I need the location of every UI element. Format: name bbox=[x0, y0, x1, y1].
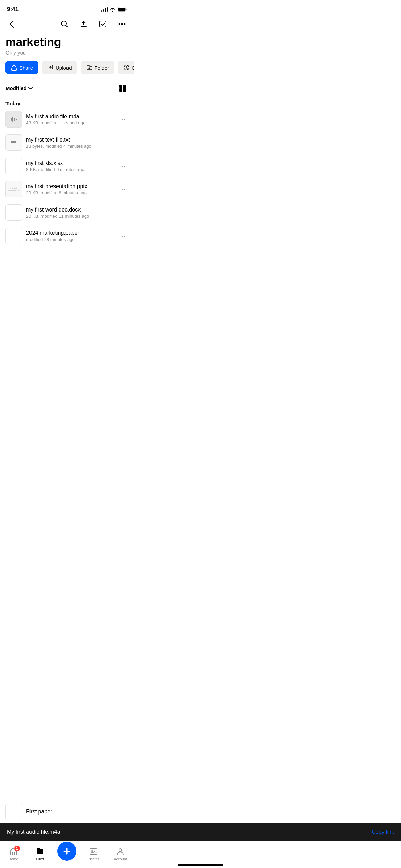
file-thumbnail: my firstpresentation bbox=[5, 181, 22, 197]
file-thumbnail bbox=[5, 228, 22, 244]
file-name: my first text file.txt bbox=[26, 137, 113, 143]
status-bar: 9:41 bbox=[0, 0, 134, 16]
svg-rect-13 bbox=[123, 85, 126, 88]
action-buttons: Share Upload Folder Offlin… bbox=[0, 61, 134, 80]
file-info: my first xls.xlsx 8 KB, modified 6 minut… bbox=[26, 160, 113, 172]
file-info: My first audio file.m4a 48 KB, modified … bbox=[26, 113, 113, 125]
upload-action-button[interactable]: Upload bbox=[42, 61, 77, 74]
folder-button[interactable]: Folder bbox=[81, 61, 115, 74]
file-info: my first presentation.pptx 29 KB, modifi… bbox=[26, 183, 113, 195]
file-list: Today My first audio file.m4a 48 KB, mod… bbox=[0, 96, 134, 275]
grid-toggle-button[interactable] bbox=[117, 83, 128, 94]
search-button[interactable] bbox=[58, 18, 71, 30]
svg-rect-18 bbox=[14, 118, 15, 121]
list-item[interactable]: My first audio file.m4a 48 KB, modified … bbox=[0, 108, 134, 131]
file-name: 2024 marketing.paper bbox=[26, 230, 113, 236]
svg-rect-19 bbox=[16, 119, 17, 120]
page-title: marketing bbox=[5, 36, 128, 48]
list-item[interactable]: my firstpresentation my first presentati… bbox=[0, 178, 134, 201]
file-more-button[interactable]: ··· bbox=[117, 230, 128, 241]
page-header: marketing Only you bbox=[0, 33, 134, 61]
signal-icon bbox=[101, 7, 108, 12]
folder-label: Folder bbox=[95, 65, 109, 71]
list-item[interactable]: 2024 marketing.paper modified 28 minutes… bbox=[0, 224, 134, 248]
status-time: 9:41 bbox=[7, 6, 19, 13]
battery-icon bbox=[118, 7, 127, 12]
page-subtitle: Only you bbox=[5, 50, 128, 56]
file-name: My first audio file.m4a bbox=[26, 113, 113, 120]
file-meta: modified 28 minutes ago bbox=[26, 237, 113, 242]
file-name: my first presentation.pptx bbox=[26, 183, 113, 190]
svg-rect-14 bbox=[119, 88, 122, 92]
top-nav bbox=[0, 16, 134, 33]
offline-button[interactable]: Offlin… bbox=[118, 61, 134, 74]
sort-bar: Modified bbox=[0, 80, 134, 96]
offline-label: Offlin… bbox=[132, 65, 134, 71]
svg-rect-1 bbox=[118, 8, 125, 11]
svg-rect-4 bbox=[100, 21, 106, 27]
svg-rect-12 bbox=[119, 85, 122, 88]
thumbnail-preview: my firstpresentation bbox=[8, 187, 19, 192]
share-label: Share bbox=[19, 65, 33, 71]
more-button[interactable] bbox=[116, 18, 128, 30]
sort-button[interactable]: Modified bbox=[5, 85, 33, 91]
file-thumbnail bbox=[5, 111, 22, 128]
list-item[interactable]: my first text file.txt 18 bytes, modifie… bbox=[0, 131, 134, 154]
upload-button[interactable] bbox=[77, 18, 90, 30]
file-meta: 29 KB, modified 8 minutes ago bbox=[26, 190, 113, 195]
file-meta: 8 KB, modified 6 minutes ago bbox=[26, 167, 113, 172]
svg-rect-17 bbox=[12, 117, 13, 122]
share-button[interactable]: Share bbox=[5, 61, 38, 74]
file-more-button[interactable]: ··· bbox=[117, 160, 128, 171]
file-meta: 20 KB, modified 11 minutes ago bbox=[26, 214, 113, 219]
file-thumbnail bbox=[5, 158, 22, 174]
sort-label-text: Modified bbox=[5, 85, 27, 91]
file-meta: 18 bytes, modified 4 minutes ago bbox=[26, 144, 113, 149]
file-info: my first text file.txt 18 bytes, modifie… bbox=[26, 137, 113, 149]
file-more-button[interactable]: ··· bbox=[117, 207, 128, 218]
section-today: Today bbox=[0, 96, 134, 108]
file-name: my first word doc.docx bbox=[26, 207, 113, 213]
list-item[interactable]: my first xls.xlsx 8 KB, modified 6 minut… bbox=[0, 154, 134, 178]
file-info: 2024 marketing.paper modified 28 minutes… bbox=[26, 230, 113, 242]
file-thumbnail bbox=[5, 204, 22, 221]
svg-point-6 bbox=[121, 23, 123, 25]
list-item[interactable]: my first word doc.docx 20 KB, modified 1… bbox=[0, 201, 134, 224]
svg-rect-15 bbox=[123, 88, 126, 92]
svg-rect-16 bbox=[11, 118, 12, 121]
svg-point-7 bbox=[124, 23, 126, 25]
file-info: my first word doc.docx 20 KB, modified 1… bbox=[26, 207, 113, 219]
nav-actions bbox=[58, 18, 128, 30]
file-more-button[interactable]: ··· bbox=[117, 184, 128, 195]
file-more-button[interactable]: ··· bbox=[117, 137, 128, 148]
file-meta: 48 KB, modified 1 second ago bbox=[26, 120, 113, 125]
file-name: my first xls.xlsx bbox=[26, 160, 113, 166]
select-button[interactable] bbox=[97, 18, 109, 30]
status-icons bbox=[101, 7, 127, 12]
back-button[interactable] bbox=[5, 18, 18, 30]
file-thumbnail bbox=[5, 134, 22, 151]
file-more-button[interactable]: ··· bbox=[117, 114, 128, 125]
upload-label: Upload bbox=[56, 65, 72, 71]
wifi-icon bbox=[110, 7, 116, 12]
svg-rect-3 bbox=[81, 26, 87, 27]
svg-point-5 bbox=[119, 23, 120, 25]
